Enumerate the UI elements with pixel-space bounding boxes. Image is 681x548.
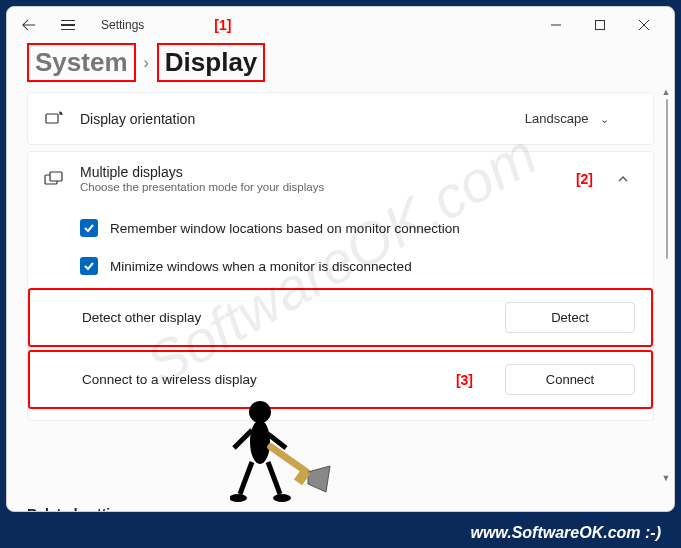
back-button[interactable] [15,11,43,39]
orientation-value: Landscape [525,111,589,126]
connect-label: Connect to a wireless display [82,372,444,387]
maximize-button[interactable] [578,10,622,40]
menu-button[interactable] [57,14,79,37]
multiple-displays-header[interactable]: Multiple displays Choose the presentatio… [28,152,653,205]
breadcrumb-current: Display [157,43,266,82]
minimize-checkbox[interactable] [80,257,98,275]
scroll-down-icon[interactable]: ▼ [660,473,672,483]
app-title: Settings [101,18,144,32]
remember-label: Remember window locations based on monit… [110,221,460,236]
connect-wireless-row: Connect to a wireless display [3] Connec… [28,350,653,409]
content-area: Display orientation Landscape ⌄ Multiple… [7,88,674,492]
multiple-displays-subtitle: Choose the presentation mode for your di… [80,181,560,193]
orientation-dropdown[interactable]: Landscape ⌄ [513,105,637,132]
close-button[interactable] [622,10,666,40]
minimize-windows-row[interactable]: Minimize windows when a monitor is disco… [28,247,653,285]
remember-locations-row[interactable]: Remember window locations based on monit… [28,209,653,247]
connect-button[interactable]: Connect [505,364,635,395]
annotation-2: [2] [576,171,593,187]
annotation-1: [1] [214,17,231,33]
scrollbar[interactable]: ▲ ▼ [662,99,672,471]
svg-rect-4 [50,172,62,181]
remember-checkbox[interactable] [80,219,98,237]
scroll-up-icon[interactable]: ▲ [660,87,672,97]
orientation-label: Display orientation [80,111,497,127]
detect-button[interactable]: Detect [505,302,635,333]
multiple-displays-title: Multiple displays [80,164,560,180]
svg-rect-2 [46,114,58,123]
detect-display-row: Detect other display Detect [28,288,653,347]
chevron-down-icon: ⌄ [600,113,609,125]
footer-text: www.SoftwareOK.com :-) [470,524,661,542]
settings-window: Settings [1] System › Display Display or… [6,6,675,512]
orientation-icon [44,111,64,127]
breadcrumb-parent[interactable]: System [27,43,136,82]
related-settings-heading: Related settings [7,492,674,512]
minimize-label: Minimize windows when a monitor is disco… [110,259,412,274]
multiple-displays-content: Remember window locations based on monit… [28,205,653,416]
multiple-displays-icon [44,171,64,187]
scroll-thumb[interactable] [666,99,668,259]
multiple-displays-section: Multiple displays Choose the presentatio… [27,151,654,421]
display-orientation-row[interactable]: Display orientation Landscape ⌄ [27,92,654,145]
collapse-button[interactable] [609,165,637,193]
chevron-right-icon: › [142,54,151,72]
svg-rect-1 [596,21,605,30]
minimize-button[interactable] [534,10,578,40]
detect-label: Detect other display [82,310,493,325]
annotation-3: [3] [456,372,473,388]
titlebar: Settings [1] [7,7,674,43]
window-controls [534,10,666,40]
breadcrumb: System › Display [7,43,674,88]
